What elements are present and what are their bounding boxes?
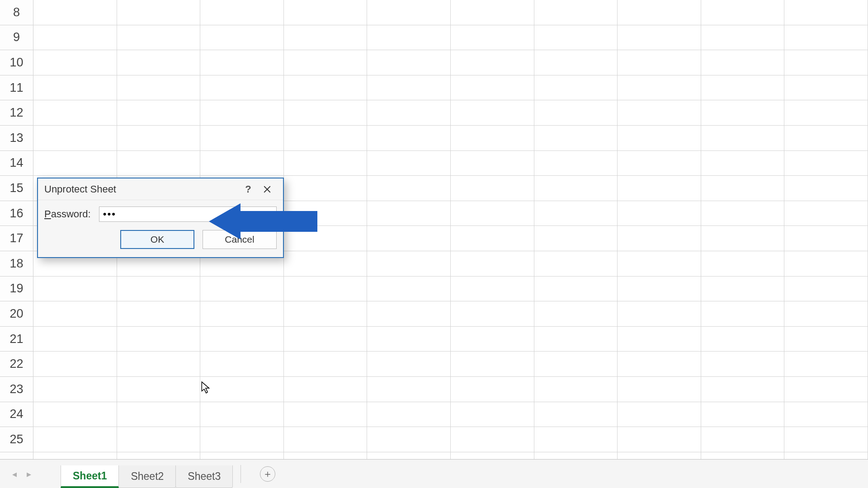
cell[interactable] xyxy=(618,301,701,327)
cell[interactable] xyxy=(701,377,785,402)
cell[interactable] xyxy=(33,352,117,377)
cell[interactable] xyxy=(284,277,368,302)
cell[interactable] xyxy=(451,126,534,151)
row-header[interactable]: 22 xyxy=(0,352,33,377)
cell[interactable] xyxy=(784,201,868,226)
row-header[interactable]: 23 xyxy=(0,377,33,402)
row-header[interactable]: 14 xyxy=(0,151,33,176)
cell[interactable] xyxy=(618,151,701,176)
cell[interactable] xyxy=(701,352,785,377)
cell[interactable] xyxy=(284,75,368,101)
cell[interactable] xyxy=(284,402,368,427)
cell[interactable] xyxy=(367,75,451,101)
cell[interactable] xyxy=(33,377,117,402)
cell[interactable] xyxy=(784,427,868,452)
row-header[interactable]: 24 xyxy=(0,402,33,427)
cell[interactable] xyxy=(284,452,368,459)
cell[interactable] xyxy=(701,151,785,176)
cell[interactable] xyxy=(117,50,201,75)
cell[interactable] xyxy=(618,452,701,459)
cell[interactable] xyxy=(200,301,284,327)
row-header[interactable]: 17 xyxy=(0,226,33,251)
cell[interactable] xyxy=(451,176,534,201)
cell[interactable] xyxy=(200,75,284,101)
cell[interactable] xyxy=(33,277,117,302)
cell[interactable] xyxy=(451,201,534,226)
cell[interactable] xyxy=(618,100,701,126)
cell[interactable] xyxy=(200,402,284,427)
sheet-tab[interactable]: Sheet2 xyxy=(118,465,176,488)
cell[interactable] xyxy=(200,377,284,402)
cell[interactable] xyxy=(701,327,785,352)
row-header[interactable]: 9 xyxy=(0,25,33,51)
cell[interactable] xyxy=(367,126,451,151)
help-button[interactable]: ? xyxy=(239,181,258,198)
cell[interactable] xyxy=(534,176,618,201)
cell[interactable] xyxy=(451,327,534,352)
cell[interactable] xyxy=(367,377,451,402)
sheet-nav-prev[interactable]: ◂ xyxy=(7,469,22,479)
cell[interactable] xyxy=(451,100,534,126)
cell[interactable] xyxy=(451,251,534,277)
ok-button[interactable]: OK xyxy=(120,230,194,249)
cell[interactable] xyxy=(784,151,868,176)
cell[interactable] xyxy=(534,201,618,226)
cell[interactable] xyxy=(784,301,868,327)
cell[interactable] xyxy=(618,352,701,377)
cell[interactable] xyxy=(284,352,368,377)
row-header[interactable]: 18 xyxy=(0,251,33,277)
cell[interactable] xyxy=(367,452,451,459)
cell[interactable] xyxy=(33,100,117,126)
row-header[interactable]: 15 xyxy=(0,176,33,201)
cell[interactable] xyxy=(451,452,534,459)
cell[interactable] xyxy=(117,452,201,459)
cell[interactable] xyxy=(284,151,368,176)
cell[interactable] xyxy=(117,126,201,151)
cell[interactable] xyxy=(534,75,618,101)
cell[interactable] xyxy=(534,352,618,377)
cell[interactable] xyxy=(33,126,117,151)
cell[interactable] xyxy=(200,151,284,176)
close-button[interactable] xyxy=(258,181,277,198)
cell[interactable] xyxy=(534,402,618,427)
cell[interactable] xyxy=(701,402,785,427)
cell[interactable] xyxy=(451,226,534,251)
row-header[interactable]: 19 xyxy=(0,277,33,302)
cell[interactable] xyxy=(367,50,451,75)
cell[interactable] xyxy=(284,176,368,201)
cell[interactable] xyxy=(701,126,785,151)
cell[interactable] xyxy=(284,301,368,327)
row-header[interactable]: 16 xyxy=(0,201,33,226)
cell[interactable] xyxy=(117,151,201,176)
cell[interactable] xyxy=(618,427,701,452)
cell[interactable] xyxy=(200,427,284,452)
cell[interactable] xyxy=(33,151,117,176)
cell[interactable] xyxy=(284,50,368,75)
cell[interactable] xyxy=(784,126,868,151)
cell[interactable] xyxy=(534,226,618,251)
cell[interactable] xyxy=(784,377,868,402)
cell[interactable] xyxy=(367,327,451,352)
cell[interactable] xyxy=(200,452,284,459)
cell[interactable] xyxy=(534,251,618,277)
cell[interactable] xyxy=(784,327,868,352)
cell[interactable] xyxy=(33,0,117,25)
cell[interactable] xyxy=(33,75,117,101)
cell[interactable] xyxy=(701,427,785,452)
cell[interactable] xyxy=(367,301,451,327)
cell[interactable] xyxy=(451,352,534,377)
cell[interactable] xyxy=(701,226,785,251)
cell[interactable] xyxy=(451,25,534,51)
cell[interactable] xyxy=(367,176,451,201)
cell[interactable] xyxy=(618,251,701,277)
cell[interactable] xyxy=(534,100,618,126)
cell[interactable] xyxy=(284,0,368,25)
cell[interactable] xyxy=(367,226,451,251)
cell[interactable] xyxy=(701,0,785,25)
cell[interactable] xyxy=(784,50,868,75)
cell[interactable] xyxy=(618,226,701,251)
cell[interactable] xyxy=(618,0,701,25)
cell[interactable] xyxy=(618,50,701,75)
cell[interactable] xyxy=(534,277,618,302)
cell[interactable] xyxy=(284,100,368,126)
